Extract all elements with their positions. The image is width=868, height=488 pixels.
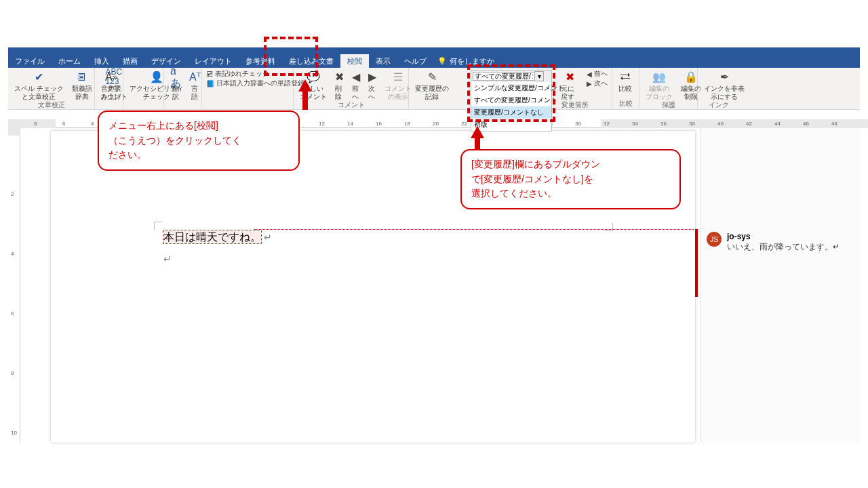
thesaurus-button[interactable]: 🗏 類義語 辞典 (70, 69, 94, 101)
group-japanese-label (206, 100, 289, 108)
prev-change-icon: ◀ (587, 70, 592, 78)
group-speech-label (99, 100, 119, 108)
annotation-arrow-2 (471, 126, 484, 138)
annotation-text-1: メニュー右上にある[校閲] （こうえつ）をクリックしてく ださい。 (108, 120, 241, 160)
track-connector (254, 229, 694, 230)
tracked-insert-text: 本日は晴天ですね。 (163, 230, 261, 243)
restrict-editing-icon: 🔒 (684, 70, 698, 85)
ruler-h-tick: 48 (831, 121, 837, 127)
delete-comment-button[interactable]: ✖削除 (333, 69, 346, 101)
prev-change-label: 前へ (594, 69, 608, 79)
tab-help[interactable]: ヘルプ (397, 54, 433, 68)
ruler-h-tick: 20 (433, 121, 439, 127)
ruler-h-tick: 44 (774, 121, 781, 127)
annotation-box-dropdown (467, 64, 555, 122)
ribbon-tabstrip: ファイル ホーム 挿入 描画 デザイン レイアウト 参考資料 差し込み文書 校閲… (8, 54, 860, 68)
ruler-h-tick: 30 (575, 121, 581, 127)
bulb-icon: 💡 (437, 57, 447, 66)
ruler-v-tick: 8 (11, 370, 14, 376)
prev-comment-button[interactable]: ◀前へ (350, 69, 362, 101)
tab-draw[interactable]: 描画 (116, 54, 144, 68)
ruler-h-tick: 34 (632, 121, 638, 127)
tab-review[interactable]: 校閲 (340, 54, 369, 68)
ruler-h-tick: 4 (91, 121, 94, 127)
compare-icon: ⮂ (620, 70, 631, 85)
track-changes-button[interactable]: ✎変更履歴の 記録 (413, 69, 451, 101)
paragraph-mark-icon: ↵ (264, 232, 272, 243)
next-icon: ▶ (368, 70, 376, 85)
tab-home[interactable]: ホーム (52, 54, 87, 68)
annotation-callout-1: メニュー右上にある[校閲] （こうえつ）をクリックしてく ださい。 (98, 110, 300, 171)
next-comment-button[interactable]: ▶次へ (366, 69, 378, 101)
document-text[interactable]: 本日は晴天ですね。 ↵ (163, 230, 272, 245)
block-authors-icon: 👥 (652, 70, 666, 85)
translate-button[interactable]: aあ 翻 訳 (168, 69, 183, 101)
group-accessibility: 👤 アクセシビリティ チェック (123, 68, 164, 109)
language-button[interactable]: Aᵀ 言 語 (187, 69, 203, 101)
spellcheck-icon: ✔ (35, 70, 43, 85)
delete-comment-icon: ✖ (335, 70, 344, 85)
delete-comment-label: 削除 (335, 85, 344, 100)
ruler-h-tick: 38 (689, 121, 695, 127)
show-comments-label: コメント の表示 (384, 85, 412, 100)
readaloud-label: 音声読 み上げ (101, 85, 121, 100)
prev-icon: ◀ (352, 70, 360, 85)
comment[interactable]: JS jo-sys いいえ、雨が降っています。↵ (707, 232, 840, 253)
group-speech: A» 音声読 み上げ (95, 68, 123, 109)
avatar: JS (707, 232, 722, 247)
comments-pane: JS jo-sys いいえ、雨が降っています。↵ (701, 128, 860, 443)
ruler-h-tick: 32 (604, 121, 610, 127)
book-icon: 📘 (206, 80, 214, 87)
next-change-label: 次へ (594, 79, 608, 88)
annotation-box-review-tab (264, 37, 318, 76)
ribbon: ✔ スペル チェック と文章校正 🗏 類義語 辞典 ABC123 文字 カウント… (8, 68, 860, 110)
tab-view[interactable]: 表示 (369, 54, 397, 68)
ruler-v-tick: 6 (11, 310, 14, 317)
ruler-vertical[interactable]: 246810 (8, 119, 20, 443)
group-a11y-label (127, 100, 159, 108)
group-compare: ⮂比較 比較 (612, 68, 639, 109)
show-comments-button: ☰コメント の表示 (382, 69, 414, 101)
hide-ink-label: インクを非表 示にする (704, 85, 745, 100)
tab-layout[interactable]: レイアウト (188, 54, 239, 68)
a11y-icon: 👤 (150, 70, 163, 85)
ruler-h-tick: 40 (717, 121, 724, 127)
margin-mark-tr (605, 223, 613, 231)
next-comment-label: 次へ (368, 85, 376, 100)
readaloud-button[interactable]: A» 音声読 み上げ (99, 69, 123, 101)
tab-file[interactable]: ファイル (8, 54, 52, 68)
thesaurus-icon: 🗏 (77, 70, 87, 85)
ruler-v-ticks: 246810 (8, 119, 20, 443)
hide-ink-button[interactable]: ✒インクを非表 示にする (702, 69, 747, 101)
block-authors-button: 👥編集の ブロック (644, 69, 675, 101)
track-changes-icon: ✎ (428, 70, 437, 85)
group-protect-label: 保護 (644, 100, 693, 110)
ruler-h-tick: 14 (347, 121, 353, 127)
comment-user: jo-sys (727, 232, 840, 241)
ruler-v-tick: 2 (11, 191, 14, 197)
translate-label: 翻 訳 (172, 85, 179, 100)
check-icon: 🗹 (206, 70, 213, 78)
ruler-h-tick: 8 (34, 121, 37, 127)
tab-insert[interactable]: 挿入 (87, 54, 116, 68)
title-bar (8, 47, 860, 54)
annotation-text-2: [変更履歴]欄にあるプルダウン で[変更履歴/コメントなし]を 選択してください… (471, 159, 600, 199)
next-change-button[interactable]: ▶次へ (587, 79, 608, 88)
track-changes-label: 変更履歴の 記録 (415, 85, 449, 100)
jp-ime-button[interactable]: 📘日本語入力辞書への単語登録 (206, 79, 304, 88)
prev-change-button[interactable]: ◀前へ (587, 69, 608, 79)
show-comments-icon: ☰ (393, 70, 403, 85)
ruler-v-tick: 4 (11, 251, 14, 257)
compare-button[interactable]: ⮂比較 (616, 69, 634, 94)
group-proofing: ✔ スペル チェック と文章校正 🗏 類義語 辞典 ABC123 文字 カウント… (8, 68, 95, 109)
ruler-h-tick: 22 (461, 121, 467, 127)
spellcheck-button[interactable]: ✔ スペル チェック と文章校正 (12, 69, 66, 101)
group-compare-label: 比較 (616, 99, 635, 109)
margin-mark-tl (154, 222, 162, 230)
tab-design[interactable]: デザイン (144, 54, 188, 68)
language-icon: Aᵀ (189, 70, 201, 85)
group-language: aあ 翻 訳 Aᵀ 言 語 (164, 68, 202, 109)
ruler-h-tick: 12 (319, 121, 325, 127)
comment-text: いいえ、雨が降っています。↵ (727, 241, 840, 253)
ruler-h-tick: 16 (376, 121, 382, 127)
